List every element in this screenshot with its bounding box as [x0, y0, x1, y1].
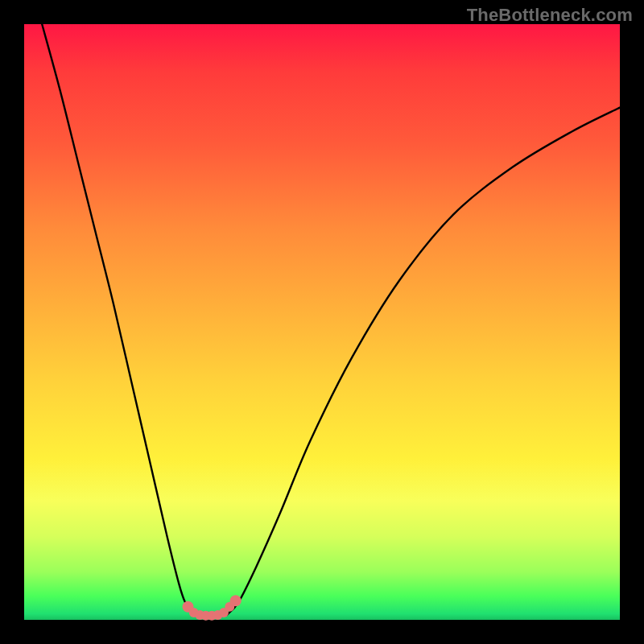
curve-left	[42, 24, 196, 615]
chart-svg	[24, 24, 620, 620]
valley-markers	[183, 595, 242, 621]
curve-right	[227, 108, 620, 615]
chart-frame: TheBottleneck.com	[0, 0, 644, 644]
watermark-text: TheBottleneck.com	[467, 5, 633, 26]
plot-area	[24, 24, 620, 620]
valley-marker-dot	[230, 595, 242, 606]
